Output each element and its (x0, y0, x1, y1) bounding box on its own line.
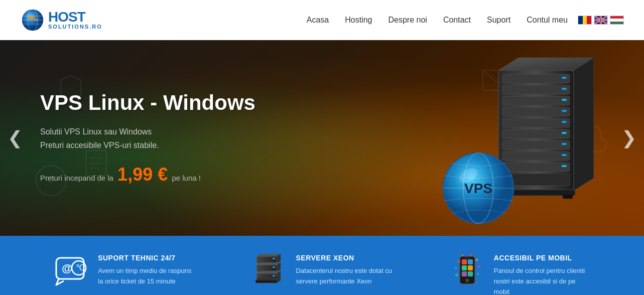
svg-point-80 (454, 267, 457, 269)
feature-support: @ ℃ SUPORT TEHNIC 24/7 Avem un timp medi… (54, 254, 194, 289)
svg-rect-41 (562, 154, 567, 156)
feature-support-text: SUPORT TEHNIC 24/7 Avem un timp mediu de… (98, 254, 194, 287)
logo-text: HOST SOLUTIONS.RO (48, 10, 102, 30)
nav-acasa[interactable]: Acasa (307, 16, 329, 25)
hero-content: VPS Linux - Windows Solutii VPS Linux sa… (0, 91, 255, 185)
svg-rect-71 (462, 259, 467, 264)
features-section: @ ℃ SUPORT TEHNIC 24/7 Avem un timp medi… (0, 236, 644, 295)
svg-point-82 (475, 259, 478, 261)
svg-marker-23 (574, 58, 594, 191)
svg-rect-78 (465, 257, 470, 258)
svg-rect-42 (562, 165, 567, 167)
svg-rect-72 (468, 259, 473, 264)
flag-hu[interactable] (610, 16, 624, 25)
feature-servers-desc: Datacenterul nostru este dotat cu server… (296, 266, 392, 287)
svg-rect-36 (562, 99, 567, 101)
language-selector (578, 16, 624, 25)
svg-rect-74 (468, 265, 473, 270)
feature-support-desc: Avem un timp mediu de raspuns la orice t… (98, 266, 194, 287)
svg-point-77 (466, 279, 469, 282)
svg-rect-35 (562, 88, 567, 90)
feature-servers-text: SERVERE XEON Datacenterul nostru este do… (296, 254, 392, 287)
feature-servers: SERVERE XEON Datacenterul nostru este do… (251, 254, 392, 289)
nav-hosting[interactable]: Hosting (345, 16, 372, 25)
hero-subtitle: Solutii VPS Linux sau Windows Preturi ac… (40, 125, 255, 152)
svg-point-83 (477, 265, 480, 268)
flag-uk[interactable] (594, 16, 608, 25)
svg-rect-37 (562, 110, 567, 112)
feature-mobile-title: ACCESIBIL PE MOBIL (494, 254, 590, 262)
server-vps-illustration: VPS (403, 55, 594, 226)
svg-rect-45 (563, 195, 573, 199)
svg-rect-27 (502, 107, 570, 116)
svg-point-84 (476, 273, 479, 275)
main-nav: Acasa Hosting Despre noi Contact Suport … (307, 16, 568, 25)
flag-ro[interactable] (578, 16, 592, 25)
support-icon: @ ℃ (54, 254, 89, 289)
svg-rect-31 (502, 152, 570, 161)
svg-rect-64 (273, 275, 275, 276)
svg-rect-56 (273, 258, 275, 259)
hero-price-line: Preturi incepand de la 1,99 € pe luna ! (40, 164, 255, 185)
hero-banner: ⚙ ❮ VPS Linux - Windows Solutii VPS Linu… (0, 40, 644, 236)
svg-rect-30 (502, 140, 570, 150)
svg-rect-67 (255, 280, 278, 283)
feature-mobile-text: ACCESIBIL PE MOBIL Panoul de control pen… (494, 254, 590, 295)
svg-rect-59 (256, 265, 277, 272)
svg-rect-76 (468, 271, 473, 276)
nav-suport[interactable]: Suport (487, 16, 510, 25)
mobile-icon (450, 254, 485, 289)
hero-subtitle-line2: Preturi accesibile VPS-uri stabile. (40, 138, 255, 152)
svg-rect-34 (562, 77, 567, 79)
svg-rect-13 (595, 20, 607, 21)
svg-rect-28 (502, 118, 570, 127)
hero-prev-arrow[interactable]: ❮ (8, 127, 23, 149)
svg-text:@: @ (62, 262, 72, 274)
hero-next-arrow[interactable]: ❯ (621, 127, 636, 149)
nav-contact[interactable]: Contact (443, 16, 471, 25)
svg-marker-68 (255, 277, 281, 280)
svg-marker-61 (256, 262, 281, 265)
svg-rect-55 (256, 256, 277, 263)
svg-text:VPS: VPS (464, 181, 492, 196)
logo-solutions-text: SOLUTIONS.RO (48, 24, 102, 30)
logo[interactable]: HOST SOLUTIONS.RO (20, 8, 102, 33)
logo-host-text: HOST (48, 10, 102, 24)
svg-rect-60 (273, 266, 275, 268)
svg-rect-38 (562, 121, 567, 123)
svg-rect-29 (502, 129, 570, 138)
svg-point-81 (455, 273, 458, 276)
feature-mobile-desc: Panoul de control pentru clientii nostri… (494, 266, 590, 295)
logo-globe-icon (20, 8, 45, 33)
svg-point-79 (457, 260, 460, 263)
nav-contul-meu[interactable]: Contul meu (527, 16, 568, 25)
nav-despre-noi[interactable]: Despre noi (389, 16, 427, 25)
svg-rect-26 (502, 96, 570, 105)
svg-text:℃: ℃ (76, 263, 85, 272)
hero-price-prefix: Preturi incepand de la (40, 174, 113, 182)
hero-subtitle-line1: Solutii VPS Linux sau Windows (40, 125, 255, 138)
hero-price-value: 1,99 € (117, 164, 168, 185)
svg-rect-32 (502, 163, 570, 172)
hero-title: VPS Linux - Windows (40, 91, 255, 115)
svg-rect-39 (562, 132, 567, 134)
hero-illustration: VPS (403, 55, 594, 226)
svg-rect-24 (502, 74, 570, 83)
header: HOST SOLUTIONS.RO Acasa Hosting Despre n… (0, 0, 644, 40)
feature-mobile: ACCESIBIL PE MOBIL Panoul de control pen… (450, 254, 590, 295)
svg-rect-25 (502, 85, 570, 94)
hero-price-suffix: pe luna ! (172, 174, 201, 182)
svg-rect-75 (462, 271, 467, 276)
svg-point-86 (469, 254, 472, 256)
svg-point-85 (461, 254, 463, 256)
servers-icon (251, 254, 287, 289)
feature-servers-title: SERVERE XEON (296, 254, 392, 262)
svg-marker-65 (256, 271, 281, 273)
svg-rect-40 (562, 143, 567, 145)
svg-marker-57 (256, 254, 281, 256)
feature-support-title: SUPORT TEHNIC 24/7 (98, 254, 194, 262)
svg-rect-73 (462, 265, 467, 270)
